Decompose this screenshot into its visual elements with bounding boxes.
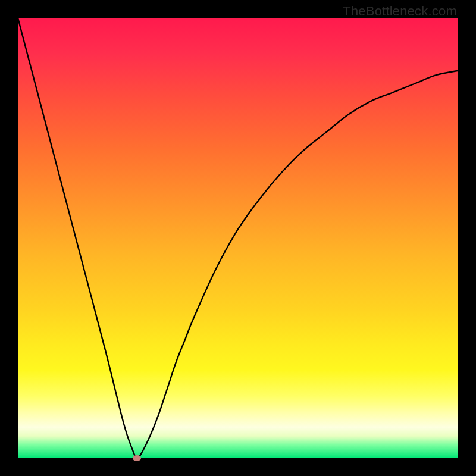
bottleneck-curve	[18, 18, 458, 458]
minimum-marker	[133, 455, 141, 461]
chart-frame: TheBottleneck.com	[0, 0, 476, 476]
plot-area	[18, 18, 458, 458]
watermark-text: TheBottleneck.com	[343, 4, 457, 19]
curve-svg	[18, 18, 458, 458]
